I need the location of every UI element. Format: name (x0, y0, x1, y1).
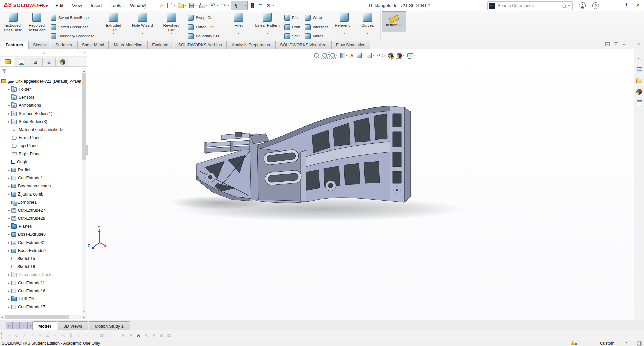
tile-left-button[interactable]: ◂ (605, 42, 610, 46)
expand-arrow-icon[interactable]: ▸ (7, 168, 11, 172)
command-tab[interactable]: SOLIDWORKS Visualize (275, 41, 331, 49)
tree-item[interactable]: ▸ Cut-Extrude1 (0, 174, 81, 182)
close-button[interactable]: × (632, 0, 644, 11)
menu-item[interactable]: View (68, 0, 86, 11)
pin-menu-icon[interactable] (144, 4, 146, 6)
unit-system-caret[interactable]: ▲ (625, 341, 628, 344)
zoom-to-fit-button[interactable] (313, 52, 320, 58)
ribbon-big-button[interactable]: Fillet ▾ (224, 12, 253, 36)
scroll-right-button[interactable]: ► (82, 316, 86, 318)
expand-arrow-icon[interactable]: ▸ (7, 289, 11, 293)
flyout-caret[interactable]: ▾ (170, 32, 172, 36)
edit-appearance-button[interactable] (387, 52, 394, 59)
ribbon-big-button[interactable]: ExtrudedBoss/Base (1, 12, 25, 32)
options-dropdown-caret[interactable]: ▾ (273, 4, 274, 7)
doc-restore-button[interactable] (630, 43, 633, 46)
menu-item[interactable]: Edit (51, 0, 68, 11)
tree-item[interactable]: ▸ Profiel (0, 166, 81, 174)
tile-right-button[interactable]: ▸ (614, 42, 618, 46)
flyout-caret[interactable]: ▾ (367, 32, 368, 36)
expand-arrow-icon[interactable]: ▸ (7, 217, 11, 220)
ribbon-big-button[interactable]: Linear Pattern ▾ (253, 12, 282, 36)
ribbon-small-button[interactable]: Lofted Cut (186, 23, 221, 31)
ribbon-small-button[interactable]: Shell (282, 32, 303, 40)
help-button[interactable]: ? (590, 0, 601, 11)
tree-item[interactable]: ▸ Cut-Extrude11 (0, 279, 81, 287)
command-tab[interactable]: Features (1, 41, 28, 49)
new-document-button[interactable] (166, 1, 174, 10)
tree-item[interactable]: ▸ Cut-Extrude31 (0, 239, 81, 247)
panel-splitter-handle[interactable]: › (0, 49, 87, 57)
print-dropdown-caret[interactable]: ▾ (206, 4, 207, 7)
ribbon-small-button[interactable]: Draft (282, 23, 303, 31)
apply-scene-button[interactable]: ▾ (396, 52, 405, 59)
flyout-caret[interactable]: ▾ (267, 32, 268, 36)
expand-arrow-icon[interactable]: ▸ (7, 88, 11, 91)
document-tab[interactable]: Motion Study 1 (89, 321, 130, 330)
command-tab[interactable]: Mesh Modeling (109, 41, 147, 49)
zoom-to-area-button[interactable] (321, 52, 328, 58)
propertymanager-tab[interactable] (15, 58, 28, 66)
print-button[interactable] (198, 1, 206, 10)
menu-item[interactable]: Insert (86, 0, 106, 11)
ribbon-big-button[interactable]: Curves ▾ (356, 12, 379, 36)
ribbon-big-button[interactable]: Hole Wizard ▾ (128, 12, 157, 36)
undo-button[interactable]: ↶ (209, 1, 217, 10)
expand-arrow-icon[interactable]: ▸ (7, 297, 11, 301)
tree-item[interactable]: ▸ Boss-Extrude9 (0, 247, 81, 255)
tree-item[interactable]: ≡ Material <not specified> (0, 126, 81, 134)
home-button[interactable]: ⌂ (158, 1, 166, 10)
ribbon-small-button[interactable]: Wrap (303, 14, 330, 21)
expand-arrow-icon[interactable]: ▸ (7, 176, 11, 180)
model-3d-view[interactable]: Y Z (0, 49, 644, 320)
scroll-left-button[interactable]: ◄ (0, 316, 5, 318)
new-dropdown-caret[interactable]: ▾ (174, 4, 175, 7)
command-tab[interactable]: Sheet Metal (77, 41, 109, 49)
command-tab[interactable]: Sketch (28, 41, 50, 49)
ribbon-big-button[interactable]: ExtrudedCut ▾ (99, 12, 128, 36)
command-tab[interactable]: Analysis Preparation (227, 41, 275, 49)
featuremanager-tab[interactable] (1, 57, 14, 66)
restore-button[interactable] (617, 0, 630, 11)
document-tab[interactable]: 3D Views (58, 321, 88, 330)
scroll-up-button[interactable]: ▲ (82, 68, 86, 73)
tree-item[interactable]: ▸ Boss-Extrude8 (0, 230, 81, 239)
tree-item[interactable]: ▸ Cut-Extrude27 (0, 206, 81, 214)
ribbon-small-button[interactable]: Mirror (303, 32, 330, 40)
tree-horizontal-scrollbar[interactable]: ◄ ► (0, 315, 87, 319)
tree-item[interactable]: ▸ ↻ Folder (0, 85, 81, 93)
dimxpertmanager-tab[interactable]: ⊕ (42, 58, 56, 66)
expand-arrow-icon[interactable]: ▸ (7, 192, 11, 196)
expand-arrow-icon[interactable]: ▸ (7, 281, 11, 285)
tree-item[interactable]: Origin (0, 158, 81, 166)
tree-item[interactable]: ▸ Planes (0, 222, 81, 230)
tree-item[interactable]: ▸ Cut-Extrude16 (0, 287, 81, 295)
tree-item[interactable]: ▸ ◠ Surface Bodies(1) (0, 110, 81, 118)
tree-item[interactable]: Right Plane (0, 150, 81, 158)
rebuild-warning-icon[interactable] (571, 341, 577, 345)
expand-arrow-icon[interactable]: ▸ (7, 249, 11, 252)
expand-arrow-icon[interactable]: ▸ (7, 184, 11, 188)
tree-item[interactable]: ▸ Cut-Extrude28 (0, 214, 81, 222)
tree-item[interactable]: Sketch16 (0, 263, 81, 271)
panel-resize-grip[interactable] (86, 145, 88, 155)
tree-item[interactable]: ▸ ▪ Solid Bodies(3) (0, 118, 81, 126)
search-input[interactable] (497, 3, 562, 8)
minimize-button[interactable]: – (603, 0, 616, 11)
menu-item[interactable]: Window (126, 0, 150, 11)
section-view-button[interactable]: ▾ (339, 52, 348, 59)
previous-view-button[interactable]: ◄▾ (329, 52, 338, 58)
tab-nav-button[interactable]: ► (20, 322, 27, 329)
ribbon-small-button[interactable]: Rib (282, 14, 303, 21)
expand-arrow-icon[interactable]: ▸ (7, 273, 11, 276)
appearances-button[interactable] (636, 88, 643, 95)
doc-minimize-button[interactable]: – (623, 43, 625, 46)
instant3d-button[interactable]: Instant3D (382, 11, 406, 32)
options-button[interactable]: ⚙ (264, 1, 273, 10)
document-tab[interactable]: Model (32, 321, 57, 330)
ribbon-small-button[interactable]: Swept Boss/Base (48, 14, 97, 21)
command-tab[interactable]: Surfaces (51, 41, 77, 49)
tab-nav-button[interactable]: ◄ (13, 322, 20, 329)
select-tool-button[interactable]: ▾ (231, 1, 248, 10)
tree-item[interactable]: ▸ A Annotations (0, 101, 81, 110)
